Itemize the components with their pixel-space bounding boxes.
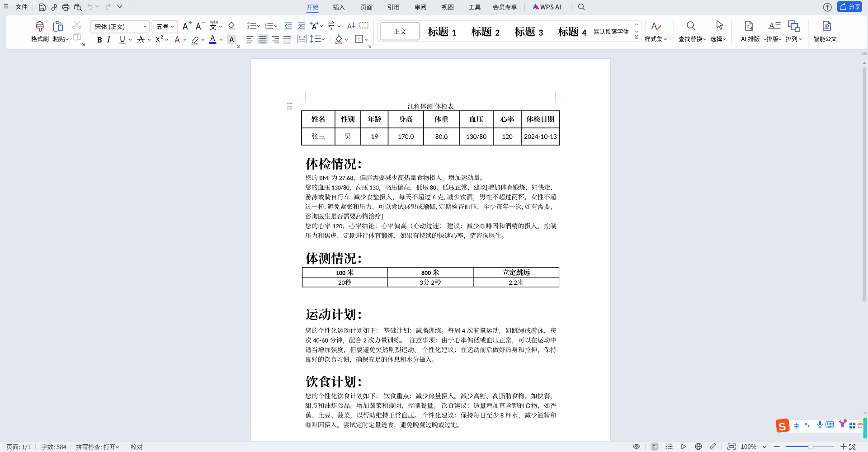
svg-text:868 x 452: 868 x 452 — [4, 0, 36, 6]
svg-text:S: S — [778, 420, 787, 433]
svg-text:wén: wén — [210, 19, 218, 24]
svg-text:3: 3 — [265, 28, 267, 31]
